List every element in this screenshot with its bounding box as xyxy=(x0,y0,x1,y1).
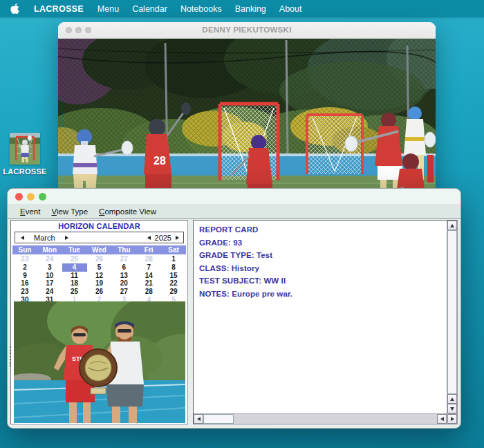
day-cell[interactable]: 6 xyxy=(111,263,136,272)
window-content: HORIZON CALENDAR March 2025 SunMonTueWed… xyxy=(8,219,460,428)
day-cell[interactable]: 24 xyxy=(37,255,62,263)
back-window-title: DENNY PIEKUTOWSKI xyxy=(58,26,436,34)
day-cell[interactable]: 2 xyxy=(12,263,37,272)
day-header-sun: Sun xyxy=(12,246,37,254)
day-cell[interactable]: 16 xyxy=(12,279,37,288)
scroll-left-button[interactable] xyxy=(194,414,203,424)
day-cell[interactable]: 17 xyxy=(37,279,62,288)
report-line: CLASS: History xyxy=(199,262,442,275)
horizontal-scroll-thumb[interactable] xyxy=(203,414,234,424)
day-cell[interactable]: 12 xyxy=(87,272,112,280)
day-header-wed: Wed xyxy=(87,246,112,254)
menubar-items: MenuCalendarNotebooksBankingAbout xyxy=(97,4,315,14)
desktop-icon-lacrosse[interactable]: LACROSSE xyxy=(0,133,50,176)
day-cell[interactable]: 20 xyxy=(111,279,136,288)
day-cell[interactable]: 28 xyxy=(136,255,161,263)
scroll-up-button-bottom[interactable] xyxy=(447,394,457,404)
day-cell[interactable]: 3 xyxy=(37,263,62,272)
day-header-thu: Thu xyxy=(111,246,136,254)
day-cell[interactable]: 27 xyxy=(111,255,136,263)
day-cell[interactable]: 15 xyxy=(161,272,186,280)
day-cell[interactable]: 21 xyxy=(136,279,161,288)
scroll-up-button[interactable] xyxy=(447,221,457,230)
day-header-tue: Tue xyxy=(62,246,87,254)
window-menubar: EventView TypeComposite View xyxy=(8,204,460,219)
report-line: GRADE TYPE: Test xyxy=(199,249,442,262)
window-edge-grip[interactable] xyxy=(9,346,11,366)
apple-menu-icon[interactable] xyxy=(10,3,20,14)
horizontal-scrollbar[interactable] xyxy=(194,413,457,424)
day-cell[interactable]: 8 xyxy=(161,263,186,272)
report-panel[interactable]: REPORT CARDGRADE: 93GRADE TYPE: TestCLAS… xyxy=(193,220,458,424)
menubar-item-banking[interactable]: Banking xyxy=(235,4,266,14)
day-cell[interactable]: 9 xyxy=(12,272,37,280)
svg-text:28: 28 xyxy=(153,155,166,167)
day-cell[interactable]: 18 xyxy=(62,279,87,288)
report-card-text: REPORT CARDGRADE: 93GRADE TYPE: TestCLAS… xyxy=(199,223,442,301)
zoom-button[interactable] xyxy=(39,193,46,200)
menubar-app-name[interactable]: LACROSSE xyxy=(34,4,84,14)
month-label: March xyxy=(34,234,55,242)
calendar-day-headers: SunMonTueWedThuFriSat xyxy=(12,245,186,254)
menubar-item-about[interactable]: About xyxy=(279,4,302,14)
calendar-grid: 2324252627281234567891011121314151617181… xyxy=(12,255,186,304)
day-cell[interactable]: 5 xyxy=(87,263,112,272)
day-cell[interactable]: 24 xyxy=(37,288,62,296)
vertical-scrollbar[interactable] xyxy=(447,221,457,413)
menu-composite-view[interactable]: Composite View xyxy=(99,207,156,216)
prev-month-icon[interactable] xyxy=(21,236,24,240)
menu-event[interactable]: Event xyxy=(20,207,40,216)
day-cell[interactable]: 22 xyxy=(161,279,186,288)
day-cell[interactable]: 19 xyxy=(87,279,112,288)
lacrosse-icon[interactable] xyxy=(10,133,40,165)
day-cell[interactable]: 25 xyxy=(62,255,87,263)
calendar-title: HORIZON CALENDAR xyxy=(11,222,187,230)
menu-view-type[interactable]: View Type xyxy=(51,207,88,216)
day-cell[interactable]: 7 xyxy=(136,263,161,272)
minimize-button[interactable] xyxy=(27,193,35,200)
day-header-fri: Fri xyxy=(136,246,161,254)
day-cell[interactable]: 23 xyxy=(12,255,37,263)
day-cell[interactable]: 27 xyxy=(111,288,136,296)
scroll-down-button[interactable] xyxy=(447,404,457,413)
day-header-mon: Mon xyxy=(37,246,62,254)
report-line: REPORT CARD xyxy=(199,223,442,236)
year-label: 2025 xyxy=(155,234,171,242)
back-window-titlebar[interactable]: DENNY PIEKUTOWSKI xyxy=(58,22,436,39)
day-cell[interactable]: 26 xyxy=(87,288,112,296)
next-month-icon[interactable] xyxy=(65,236,68,240)
scroll-right-button[interactable] xyxy=(447,414,457,424)
award-photo: STE xyxy=(14,301,185,423)
day-cell[interactable]: 1 xyxy=(161,255,186,263)
front-window[interactable]: EventView TypeComposite View HORIZON CAL… xyxy=(7,188,461,429)
report-line: NOTES: Europe pre war. xyxy=(199,288,442,301)
prev-year-icon[interactable] xyxy=(147,236,151,240)
day-cell[interactable]: 23 xyxy=(12,288,37,296)
back-window[interactable]: DENNY PIEKUTOWSKI xyxy=(58,22,436,199)
selected-day-cell[interactable]: 4 xyxy=(62,263,87,272)
day-cell[interactable]: 25 xyxy=(62,288,87,296)
front-window-titlebar[interactable] xyxy=(8,189,460,204)
menubar-item-notebooks[interactable]: Notebooks xyxy=(180,4,222,14)
close-button[interactable] xyxy=(15,193,23,200)
day-cell[interactable]: 29 xyxy=(161,288,186,296)
vertical-scroll-thumb[interactable] xyxy=(447,230,457,394)
system-menubar: LACROSSE MenuCalendarNotebooksBankingAbo… xyxy=(0,0,484,17)
lacrosse-game-photo: 28 xyxy=(58,39,436,199)
day-cell[interactable]: 10 xyxy=(37,272,62,280)
next-year-icon[interactable] xyxy=(176,236,179,240)
report-line: GRADE: 93 xyxy=(199,236,442,250)
menubar-item-calendar[interactable]: Calendar xyxy=(132,4,167,14)
day-cell[interactable]: 13 xyxy=(111,272,136,280)
calendar-panel: HORIZON CALENDAR March 2025 SunMonTueWed… xyxy=(10,220,188,424)
day-header-sat: Sat xyxy=(161,246,186,254)
desktop-icon-label: LACROSSE xyxy=(0,167,50,176)
day-cell[interactable]: 28 xyxy=(136,288,161,296)
day-cell[interactable]: 26 xyxy=(87,255,112,263)
desktop: LACROSSE MenuCalendarNotebooksBankingAbo… xyxy=(0,0,484,448)
day-cell[interactable]: 14 xyxy=(136,272,161,280)
day-cell[interactable]: 11 xyxy=(62,272,87,280)
calendar-nav-bar: March 2025 xyxy=(15,232,184,243)
menubar-item-menu[interactable]: Menu xyxy=(97,4,119,14)
scroll-left-button-right[interactable] xyxy=(437,414,447,424)
